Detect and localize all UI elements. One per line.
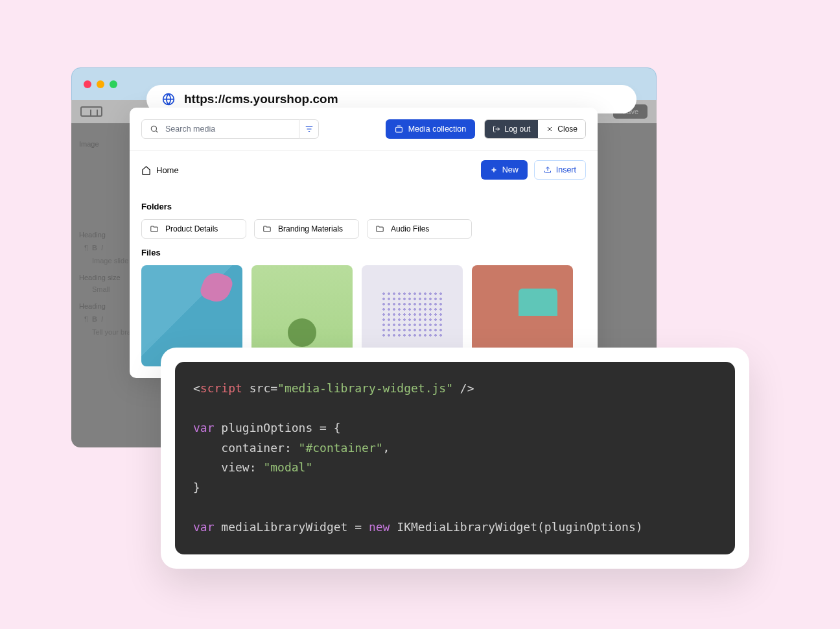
search-placeholder: Search media — [165, 125, 215, 134]
maximize-window-icon[interactable] — [110, 80, 117, 88]
filter-icon — [305, 125, 314, 134]
search-input[interactable]: Search media — [141, 119, 299, 139]
media-collection-button[interactable]: Media collection — [386, 119, 476, 139]
search-icon — [150, 125, 159, 134]
minimize-window-icon[interactable] — [97, 80, 104, 88]
folder-product-details[interactable]: Product Details — [141, 219, 246, 239]
filter-button[interactable] — [299, 119, 319, 139]
insert-button[interactable]: Insert — [534, 160, 586, 180]
folder-icon — [262, 224, 272, 233]
traffic-lights — [84, 80, 117, 88]
globe-icon — [162, 93, 175, 106]
collection-icon — [395, 125, 403, 134]
modal-subbar: Home New Insert — [130, 151, 598, 189]
folder-branding-materials[interactable]: Branding Materials — [254, 219, 359, 239]
plus-icon — [490, 166, 498, 174]
svg-point-1 — [151, 126, 156, 131]
folder-icon — [150, 224, 159, 233]
close-button[interactable]: Close — [538, 120, 585, 138]
logout-button[interactable]: Log out — [485, 120, 538, 138]
logout-icon — [493, 125, 500, 133]
close-icon — [546, 125, 554, 133]
code-snippet: <script src="media-library-widget.js" />… — [175, 362, 735, 554]
modal-toolbar: Search media Media collection Log out Cl… — [130, 108, 598, 151]
code-panel-container: <script src="media-library-widget.js" />… — [161, 348, 749, 569]
home-icon — [141, 165, 151, 175]
svg-rect-2 — [395, 127, 402, 132]
cms-logo-icon — [80, 106, 102, 117]
upload-icon — [544, 166, 552, 174]
new-button[interactable]: New — [481, 160, 528, 180]
folder-audio-files[interactable]: Audio Files — [367, 219, 472, 239]
folders-title: Folders — [141, 202, 586, 211]
breadcrumb[interactable]: Home — [141, 165, 179, 175]
close-window-icon[interactable] — [84, 80, 91, 88]
search-group: Search media — [141, 119, 319, 139]
url-text: https://cms.yourshop.com — [184, 92, 338, 106]
folder-icon — [375, 224, 384, 233]
files-title: Files — [141, 248, 586, 257]
media-library-modal: Search media Media collection Log out Cl… — [130, 108, 598, 378]
